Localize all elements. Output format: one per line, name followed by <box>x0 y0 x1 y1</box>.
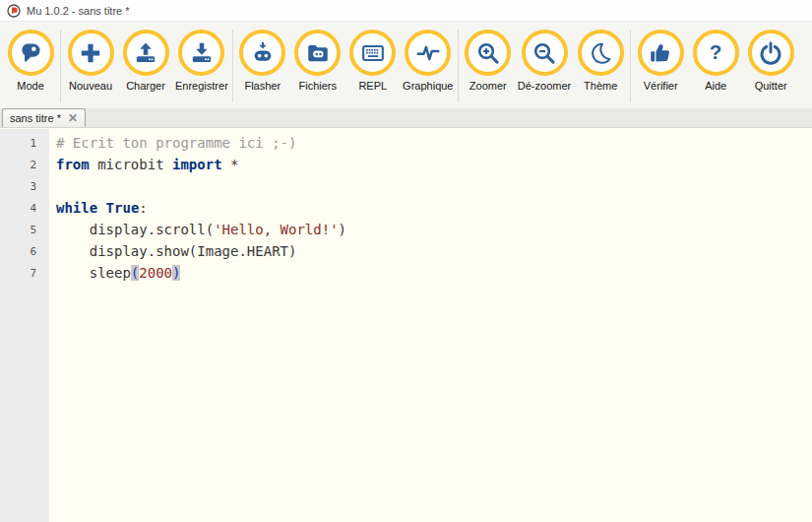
tab-label: sans titre * <box>10 112 61 124</box>
repl-keyboard-icon <box>349 30 396 76</box>
toolbar-group: Vérifier?AideQuitter <box>633 30 798 92</box>
code-token: sleep <box>56 265 131 281</box>
toolbar-button-label: Vérifier <box>644 80 678 92</box>
code-line-row: 7 sleep(2000) <box>0 262 812 284</box>
toolbar-button-nouveau[interactable]: Nouveau <box>63 30 118 92</box>
tab-bar: sans titre *✕ <box>0 108 812 128</box>
title-bar: Mu 1.0.2 - sans titre * <box>0 0 812 22</box>
code-line[interactable]: # Ecrit ton programme ici ;-) <box>49 132 296 154</box>
toolbar-separator <box>458 30 459 102</box>
toolbar-group: NouveauChargerEnregistrer <box>63 30 230 92</box>
toolbar-button-label: Zoomer <box>469 80 507 92</box>
line-number: 3 <box>0 180 49 193</box>
plotter-waveform-icon <box>405 30 451 76</box>
code-line-row: 6 display.show(Image.HEART) <box>0 240 812 262</box>
svg-text:?: ? <box>710 40 722 63</box>
toolbar-button-mode[interactable]: Mode <box>3 30 58 92</box>
toolbar-button-label: Mode <box>17 80 44 92</box>
code-token: import <box>172 157 222 172</box>
code-token: 'Hello, World!' <box>214 222 338 237</box>
code-token: # Ecrit ton programme ici ;-) <box>56 135 296 151</box>
code-line-row: 1# Ecrit ton programme ici ;-) <box>0 132 812 154</box>
toolbar-button-theme[interactable]: Thème <box>573 30 628 92</box>
toolbar-button-quitter[interactable]: Quitter <box>743 30 798 92</box>
zoom-in-icon <box>465 30 511 76</box>
toolbar-separator <box>232 30 233 102</box>
line-number: 6 <box>0 245 49 258</box>
theme-moon-icon <box>578 30 624 76</box>
code-line-row: 4while True: <box>0 197 812 219</box>
mu-app-icon <box>7 4 21 18</box>
new-plus-icon <box>68 30 114 76</box>
code-line[interactable]: while True: <box>49 197 148 219</box>
toolbar-button-flasher[interactable]: Flasher <box>235 30 290 92</box>
toolbar-button-label: Thème <box>584 80 617 92</box>
code-editor[interactable]: 1# Ecrit ton programme ici ;-)2from micr… <box>0 129 812 522</box>
flash-robot-icon <box>239 30 285 76</box>
toolbar-button-graphique[interactable]: Graphique <box>401 30 456 92</box>
close-icon[interactable]: ✕ <box>68 112 78 124</box>
files-folder-icon <box>294 30 341 76</box>
save-download-icon <box>178 30 224 76</box>
code-token: display.show(Image.HEART) <box>56 243 296 259</box>
code-token: True <box>106 200 140 216</box>
code-line-row: 3 <box>0 175 812 197</box>
toolbar-button-fichiers[interactable]: Fichiers <box>290 30 345 92</box>
code-line[interactable]: sleep(2000) <box>49 262 180 284</box>
toolbar-separator <box>630 30 631 102</box>
toolbar-group: Mode <box>3 30 58 92</box>
toolbar-button-label: Nouveau <box>69 80 112 92</box>
line-number: 1 <box>0 137 49 150</box>
zoom-out-icon <box>522 30 568 76</box>
toolbar-button-de-zoomer[interactable]: Dé-zoomer <box>516 30 573 92</box>
toolbar-button-enregistrer[interactable]: Enregistrer <box>173 30 230 92</box>
toolbar-button-zoomer[interactable]: Zoomer <box>461 30 516 92</box>
line-number: 7 <box>0 267 49 280</box>
code-token: from <box>56 157 90 172</box>
toolbar-button-aide[interactable]: ?Aide <box>688 30 743 92</box>
toolbar-button-label: Flasher <box>244 80 281 92</box>
toolbar-button-label: Enregistrer <box>175 80 228 92</box>
toolbar-separator <box>60 30 61 102</box>
toolbar-button-verifier[interactable]: Vérifier <box>633 30 688 92</box>
load-upload-icon <box>123 30 169 76</box>
toolbar-button-label: Graphique <box>403 80 453 92</box>
toolbar: ModeNouveauChargerEnregistrerFlasherFich… <box>0 22 812 108</box>
toolbar-button-label: REPL <box>358 80 387 92</box>
window-title: Mu 1.0.2 - sans titre * <box>27 5 130 17</box>
code-rows: 1# Ecrit ton programme ici ;-)2from micr… <box>0 129 812 284</box>
code-token: ) <box>339 222 346 237</box>
toolbar-button-label: Fichiers <box>299 80 338 92</box>
code-token: display.scroll( <box>56 222 214 237</box>
code-token: : <box>139 200 147 216</box>
code-token <box>97 200 105 216</box>
toolbar-group: FlasherFichiersREPLGraphique <box>235 30 456 92</box>
code-line[interactable]: from microbit import * <box>49 154 238 175</box>
toolbar-button-label: Charger <box>126 80 165 92</box>
toolbar-button-label: Dé-zoomer <box>518 80 571 92</box>
line-number: 4 <box>0 202 49 215</box>
code-token: microbit <box>90 157 172 172</box>
code-line[interactable]: display.scroll('Hello, World!') <box>49 219 346 240</box>
code-line[interactable]: display.show(Image.HEART) <box>49 240 296 262</box>
toolbar-button-label: Aide <box>705 80 726 92</box>
code-token: while <box>56 200 97 216</box>
code-line-row: 5 display.scroll('Hello, World!') <box>0 219 812 240</box>
toolbar-group: ZoomerDé-zoomerThème <box>461 30 628 92</box>
check-thumbs-up-icon <box>638 30 684 76</box>
code-token: ) <box>172 265 180 281</box>
line-number: 2 <box>0 159 49 171</box>
tab-sans-titre[interactable]: sans titre *✕ <box>2 108 86 127</box>
toolbar-button-charger[interactable]: Charger <box>118 30 173 92</box>
mode-mu-logo-icon <box>8 30 54 76</box>
line-number: 5 <box>0 224 49 236</box>
toolbar-button-label: Quitter <box>755 80 787 92</box>
toolbar-button-repl[interactable]: REPL <box>345 30 401 92</box>
quit-power-icon <box>748 30 794 76</box>
code-token: * <box>222 157 239 172</box>
code-line-row: 2from microbit import * <box>0 154 812 175</box>
code-token: 2000 <box>139 265 172 281</box>
help-question-icon: ? <box>693 30 739 76</box>
